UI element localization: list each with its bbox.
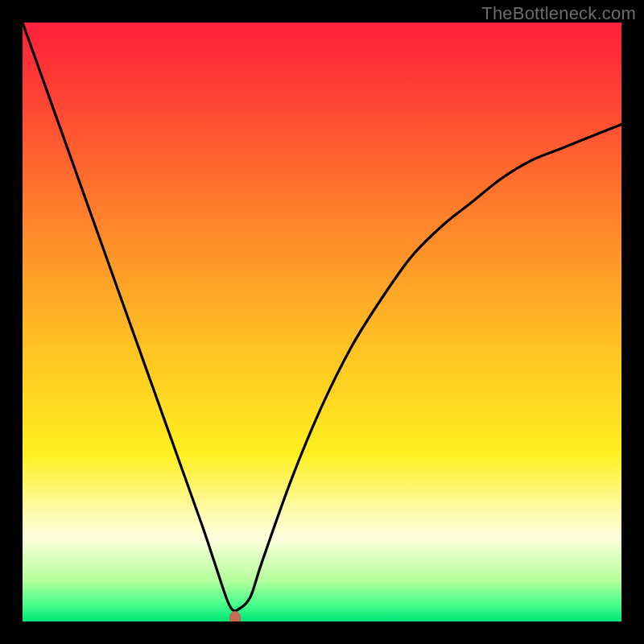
chart-frame: TheBottleneck.com [0,0,644,644]
optimal-point-marker [229,611,241,621]
bottleneck-curve [23,23,621,621]
plot-area [23,23,621,621]
watermark-text: TheBottleneck.com [481,3,636,24]
